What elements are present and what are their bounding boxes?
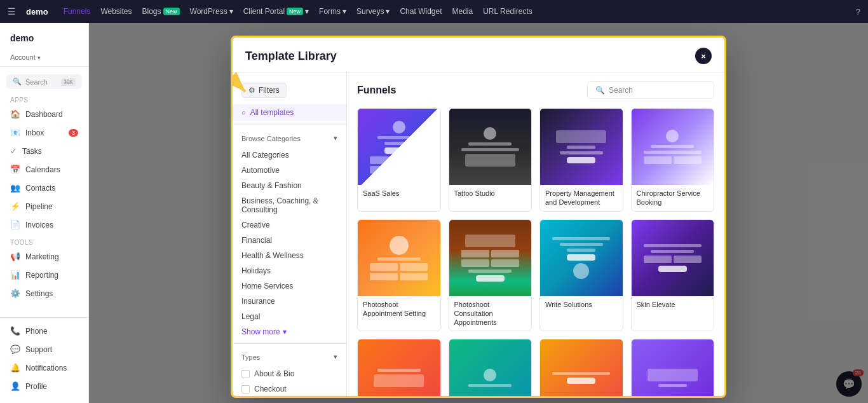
- template-thumb-chiro: [632, 109, 714, 185]
- browse-categories-chevron: ▾: [334, 134, 337, 142]
- profile-icon: 👤: [10, 381, 20, 391]
- settings-icon: ⚙️: [10, 289, 20, 298]
- category-insurance[interactable]: Insurance: [233, 294, 346, 309]
- nav-funnels[interactable]: Funnels: [64, 7, 91, 16]
- sidebar-item-notifications[interactable]: 🔔 Notifications: [0, 359, 88, 377]
- nav-wordpress[interactable]: WordPress ▾: [190, 7, 233, 16]
- nav-clientportal[interactable]: Client Portal New ▾: [243, 7, 309, 16]
- support-icon: 💬: [10, 345, 20, 354]
- nav-blogs[interactable]: Blogs New: [142, 7, 180, 16]
- category-holidays[interactable]: Holidays: [233, 263, 346, 278]
- inbox-badge: 3: [69, 129, 78, 137]
- nav-forms[interactable]: Forms ▾: [319, 7, 346, 16]
- template-label-write: Write Solutions: [540, 296, 623, 313]
- template-label-chiro: Chiropractor Service Booking: [632, 185, 714, 211]
- surveys-chevron: ▾: [386, 7, 390, 16]
- template-label-property: Property Management and Development: [540, 185, 623, 211]
- template-thumb-photo1: [358, 220, 440, 296]
- browse-categories-header[interactable]: Browse Categories ▾: [233, 129, 346, 147]
- template-card-bottom2[interactable]: [449, 339, 532, 398]
- template-card-skin[interactable]: Skin Elevate: [631, 219, 715, 332]
- template-thumb-saas: [358, 109, 440, 185]
- category-financial[interactable]: Financial: [233, 233, 346, 248]
- template-thumb-bottom2: [449, 339, 532, 398]
- sidebar-logo: demo: [0, 31, 88, 51]
- type-about-bio[interactable]: About & Bio: [233, 366, 346, 381]
- menu-icon[interactable]: ☰: [8, 6, 16, 17]
- template-card-bottom3[interactable]: [539, 339, 623, 398]
- sidebar-item-profile[interactable]: 👤 Profile: [0, 377, 88, 395]
- template-thumb-property: [540, 109, 623, 185]
- nav-chatwidget[interactable]: Chat Widget: [400, 7, 442, 16]
- show-more-button[interactable]: Show more ▾: [233, 324, 346, 339]
- show-more-chevron: ▾: [283, 327, 287, 336]
- pipeline-icon: ⚡: [10, 202, 20, 211]
- sidebar-item-tasks[interactable]: ✓ Tasks: [0, 142, 88, 160]
- sidebar-search[interactable]: 🔍 Search ⌘K: [6, 74, 82, 89]
- types-section-header[interactable]: Types ▾: [233, 348, 346, 366]
- sidebar-item-support[interactable]: 💬 Support: [0, 340, 88, 359]
- all-templates-item[interactable]: ○ All templates: [233, 104, 346, 121]
- template-card-write[interactable]: Write Solutions: [539, 219, 623, 332]
- dashboard-icon: 🏠: [10, 109, 20, 119]
- category-creative[interactable]: Creative: [233, 217, 346, 233]
- template-card-property[interactable]: Property Management and Development: [539, 108, 623, 212]
- category-home[interactable]: Home Services: [233, 278, 346, 294]
- template-label-photo2: Photoshoot Consultation Appointments: [449, 296, 532, 331]
- template-label-saas: SaaS Sales: [358, 185, 440, 202]
- modal-close-button[interactable]: ×: [695, 48, 712, 64]
- marketing-icon: 📢: [10, 252, 20, 261]
- category-beauty[interactable]: Beauty & Fashion: [233, 178, 346, 193]
- nav-surveys[interactable]: Surveys ▾: [356, 7, 390, 16]
- search-icon: 🔍: [13, 78, 22, 86]
- sidebar-item-calendars[interactable]: 📅 Calendars: [0, 160, 88, 179]
- sidebar-item-settings[interactable]: ⚙️ Settings: [0, 284, 88, 303]
- template-card-chiro[interactable]: Chiropractor Service Booking: [631, 108, 715, 212]
- nav-media[interactable]: Media: [452, 7, 473, 16]
- category-health[interactable]: Health & Wellness: [233, 248, 346, 263]
- template-card-tattoo[interactable]: Tattoo Studio: [449, 108, 532, 212]
- type-checkout[interactable]: Checkout: [233, 381, 346, 397]
- nav-urlredirects[interactable]: URL Redirects: [483, 7, 532, 16]
- wordpress-chevron: ▾: [229, 7, 233, 16]
- template-thumb-tattoo: [449, 109, 532, 185]
- contacts-icon: 👥: [10, 183, 20, 193]
- template-card-saas[interactable]: SaaS Sales: [357, 108, 441, 212]
- help-icon[interactable]: ?: [856, 7, 860, 17]
- sidebar-item-reporting[interactable]: 📊 Reporting: [0, 266, 88, 284]
- search-input-box[interactable]: 🔍 Search: [587, 81, 714, 99]
- reporting-icon: 📊: [10, 270, 20, 280]
- nav-websites[interactable]: Websites: [100, 7, 132, 16]
- template-card-bottom4[interactable]: [631, 339, 715, 398]
- section-title: Funnels: [357, 85, 396, 96]
- template-label-skin: Skin Elevate: [632, 296, 714, 313]
- modal-sidebar-header: ⚙ Filters: [233, 80, 346, 104]
- sidebar-item-marketing[interactable]: 📢 Marketing: [0, 247, 88, 266]
- filters-button[interactable]: ⚙ Filters: [241, 83, 287, 98]
- template-card-bottom1[interactable]: [357, 339, 441, 398]
- template-card-photo2[interactable]: Photoshoot Consultation Appointments: [449, 219, 532, 332]
- category-business[interactable]: Business, Coaching, & Consulting: [233, 193, 346, 217]
- sidebar-item-invoices[interactable]: 📄 Invoices: [0, 215, 88, 234]
- invoices-icon: 📄: [10, 220, 20, 229]
- template-thumb-bottom1: [358, 339, 440, 398]
- sidebar-item-pipeline[interactable]: ⚡ Pipeline: [0, 197, 88, 215]
- modal-header: Template Library ×: [233, 38, 724, 72]
- inbox-icon: 📧: [10, 128, 20, 137]
- search-icon: 🔍: [595, 86, 605, 95]
- template-thumb-photo2: [449, 220, 532, 296]
- calendars-icon: 📅: [10, 165, 20, 174]
- category-legal[interactable]: Legal: [233, 309, 346, 324]
- sidebar-item-phone[interactable]: 📞 Phone: [0, 322, 88, 340]
- category-all[interactable]: All Categories: [233, 147, 346, 163]
- sidebar-item-dashboard[interactable]: 🏠 Dashboard: [0, 105, 88, 123]
- template-thumb-bottom4: [632, 339, 714, 398]
- sidebar-item-inbox[interactable]: 📧 Inbox 3: [0, 123, 88, 142]
- sidebar-item-contacts[interactable]: 👥 Contacts: [0, 179, 88, 197]
- category-automotive[interactable]: Automotive: [233, 163, 346, 178]
- sidebar-account[interactable]: Account ▾: [0, 51, 88, 67]
- type-about-bio-checkbox[interactable]: [241, 370, 250, 378]
- template-card-photo1[interactable]: Photoshoot Appointment Setting: [357, 219, 441, 332]
- type-checkout-checkbox[interactable]: [241, 385, 250, 393]
- topnav-right: ?: [856, 7, 860, 17]
